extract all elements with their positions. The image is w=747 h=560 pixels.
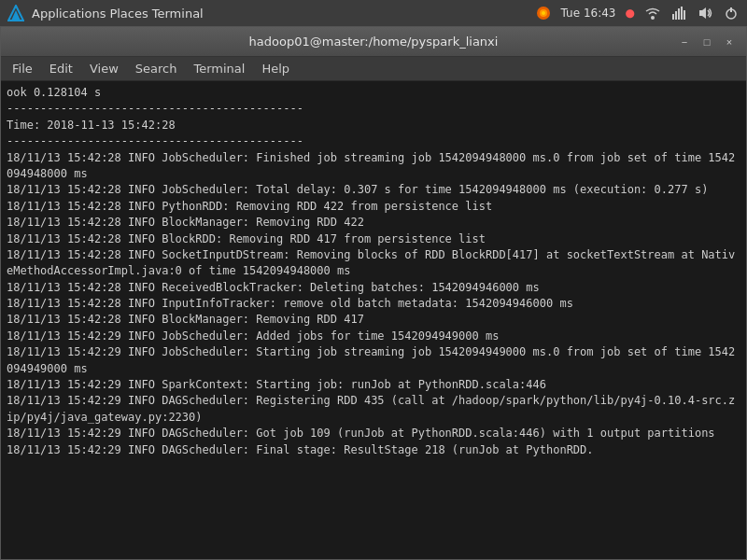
terminal-line-3: ----------------------------------------… [7, 133, 740, 149]
network-status-icon [670, 5, 687, 21]
svg-point-4 [542, 11, 545, 15]
terminal-line-1: ----------------------------------------… [7, 101, 740, 117]
terminal-line-13: 18/11/13 15:42:28 INFO BlockManager: Rem… [7, 312, 740, 328]
firefox-tray-icon [535, 5, 552, 21]
svg-rect-9 [681, 7, 683, 20]
menu-item-help[interactable]: Help [254, 60, 297, 77]
terminal-line-7: 18/11/13 15:42:28 INFO PythonRDD: Removi… [7, 199, 740, 215]
arch-logo-icon [7, 5, 24, 21]
terminal-window: hadoop01@master:/home/pyspark_lianxi − □… [0, 26, 747, 560]
system-bar-right: Tue 16:43 ● [535, 5, 740, 21]
svg-rect-6 [672, 14, 674, 20]
svg-point-5 [651, 16, 655, 20]
terminal-line-6: 18/11/13 15:42:28 INFO JobScheduler: Tot… [7, 182, 740, 198]
terminal-menu[interactable]: Terminal [152, 7, 204, 21]
volume-icon [697, 5, 713, 21]
minimize-button[interactable]: − [675, 33, 694, 51]
svg-rect-7 [675, 11, 677, 20]
terminal-content: ook 0.128104 s--------------------------… [1, 81, 746, 559]
menu-item-search[interactable]: Search [128, 60, 185, 77]
terminal-line-2: Time: 2018-11-13 15:42:28 [7, 118, 740, 133]
terminal-line-11: 18/11/13 15:42:28 INFO ReceivedBlockTrac… [7, 280, 740, 296]
system-bar: Applications Places Terminal Tue 16:43 ● [0, 0, 747, 26]
window-title: hadoop01@master:/home/pyspark_lianxi [249, 35, 499, 49]
power-icon [723, 5, 740, 21]
places-menu[interactable]: Places [109, 7, 148, 21]
clock-dot: ● [626, 7, 635, 20]
menu-item-view[interactable]: View [82, 60, 126, 77]
terminal-line-17: 18/11/13 15:42:29 INFO DAGScheduler: Reg… [7, 393, 740, 426]
maximize-button[interactable]: □ [698, 33, 716, 51]
title-bar: hadoop01@master:/home/pyspark_lianxi − □… [1, 27, 746, 57]
terminal-line-5: 18/11/13 15:42:28 INFO JobScheduler: Fin… [7, 150, 740, 183]
terminal-line-12: 18/11/13 15:42:28 INFO InputInfoTracker:… [7, 296, 740, 312]
terminal-line-8: 18/11/13 15:42:28 INFO BlockManager: Rem… [7, 215, 740, 231]
close-button[interactable]: × [720, 33, 739, 51]
menu-item-edit[interactable]: Edit [42, 60, 80, 77]
menu-bar: FileEditViewSearchTerminalHelp [1, 57, 746, 81]
window-controls: − □ × [675, 33, 739, 51]
terminal-line-0: ook 0.128104 s [7, 85, 740, 101]
menu-item-terminal[interactable]: Terminal [186, 60, 252, 77]
applications-menu[interactable]: Applications [32, 7, 106, 21]
terminal-line-14: 18/11/13 15:42:29 INFO JobScheduler: Add… [7, 329, 740, 344]
svg-marker-11 [699, 7, 706, 19]
svg-rect-10 [684, 10, 685, 20]
terminal-line-16: 18/11/13 15:42:29 INFO SparkContext: Sta… [7, 377, 740, 393]
network-icon [644, 5, 661, 21]
terminal-line-9: 18/11/13 15:42:28 INFO BlockRDD: Removin… [7, 231, 740, 247]
clock: Tue 16:43 [561, 7, 616, 20]
svg-rect-8 [678, 8, 680, 20]
terminal-line-18: 18/11/13 15:42:29 INFO DAGScheduler: Got… [7, 426, 740, 441]
terminal-line-19: 18/11/13 15:42:29 INFO DAGScheduler: Fin… [7, 442, 740, 458]
terminal-line-15: 18/11/13 15:42:29 INFO JobScheduler: Sta… [7, 344, 740, 377]
menu-item-file[interactable]: File [5, 60, 40, 77]
system-bar-left: Applications Places Terminal [7, 5, 204, 21]
terminal-line-10: 18/11/13 15:42:28 INFO SocketInputDStrea… [7, 247, 740, 280]
